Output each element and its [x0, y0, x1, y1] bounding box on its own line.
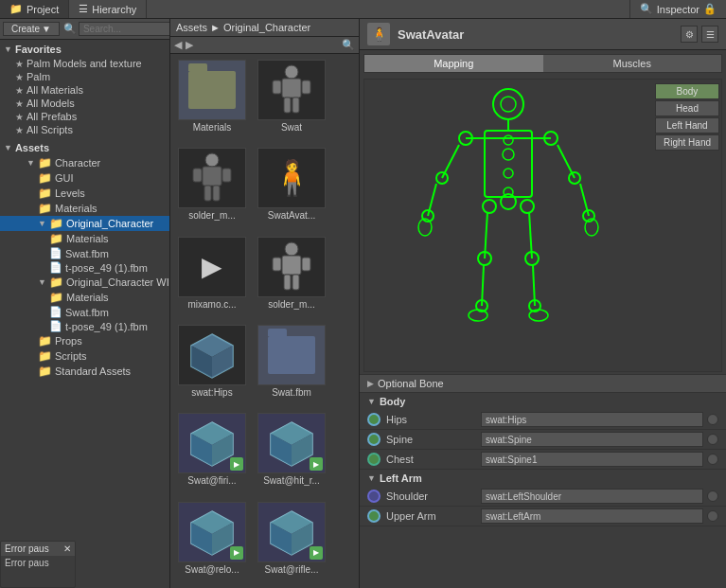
- asset-item-solder-m[interactable]: solder_m...: [174, 146, 250, 230]
- folder-icon: 📁: [49, 217, 63, 230]
- asset-item-solder-m2[interactable]: solder_m...: [254, 235, 329, 319]
- star-icon: ★: [15, 125, 24, 135]
- svg-rect-10: [204, 186, 211, 201]
- left-arm-section-label: Left Arm: [380, 472, 422, 484]
- sidebar-item-original-character[interactable]: ▼ 📁 Original_Character: [0, 216, 169, 231]
- sidebar-item-swat-fbm[interactable]: 📄 Swat.fbm: [0, 246, 169, 260]
- asset-item-swat-hips[interactable]: swat:Hips: [174, 323, 250, 407]
- chest-input[interactable]: [481, 452, 703, 467]
- sidebar-item-all-scripts[interactable]: ★ All Scripts: [0, 123, 169, 136]
- shoulder-label: Shoulder: [386, 490, 481, 502]
- asset-forward-icon[interactable]: ▶: [186, 39, 193, 51]
- shoulder-input[interactable]: [481, 489, 703, 504]
- asset-back-icon[interactable]: ◀: [174, 39, 182, 51]
- inspector-tab[interactable]: 🔍 Inspector 🔒: [629, 0, 726, 18]
- sidebar-item-swat-fbm-wip[interactable]: 📄 Swat.fbm: [0, 305, 169, 319]
- asset-item-swat-hit[interactable]: ▶ Swat@hit_r...: [254, 411, 329, 495]
- hips-field: [481, 412, 718, 427]
- asset-item-swat-relo[interactable]: ▶ Swat@relo...: [174, 500, 250, 584]
- asset-item-mixamo[interactable]: ▶ mixamo.c...: [174, 235, 250, 319]
- spine-input[interactable]: [481, 432, 703, 447]
- sidebar-item-palm[interactable]: ★ Palm: [0, 70, 169, 83]
- asset-item-swat[interactable]: Swat: [254, 58, 329, 142]
- tab-muscles[interactable]: Muscles: [543, 55, 722, 72]
- sidebar-item-props[interactable]: 📁 Props: [0, 333, 169, 348]
- inspector-more-button[interactable]: ☰: [701, 26, 718, 43]
- svg-rect-14: [273, 258, 281, 271]
- folder-icon: 📁: [38, 156, 52, 169]
- star-icon: ★: [15, 85, 24, 96]
- hips-dot[interactable]: [707, 414, 718, 425]
- asset-thumb-solder-m: [178, 148, 246, 208]
- asset-item-swat-fbm[interactable]: Swat.fbm: [254, 323, 329, 407]
- shoulder-dot[interactable]: [707, 490, 718, 502]
- asset-label-swat-relo: Swat@relo...: [185, 564, 239, 575]
- sidebar-item-gui[interactable]: 📁 GUI: [0, 170, 169, 186]
- svg-rect-11: [213, 186, 220, 201]
- sidebar-item-tpose[interactable]: 📄 t-pose_49 (1).fbm: [0, 260, 169, 275]
- asset-item-swat-avatar[interactable]: 🧍 SwatAvat...: [254, 146, 329, 230]
- head-button[interactable]: Head: [655, 100, 719, 116]
- tab-mapping[interactable]: Mapping: [364, 55, 543, 72]
- asset-item-swat-rifle[interactable]: ▶ Swat@rifle...: [254, 500, 329, 584]
- hierarchy-tab[interactable]: ☰ Hierarchy: [69, 0, 147, 18]
- sidebar-item-all-materials[interactable]: ★ All Materials: [0, 83, 169, 97]
- inspector-settings-button[interactable]: ⚙: [681, 26, 698, 43]
- sidebar-item-all-models[interactable]: ★ All Models: [0, 97, 169, 110]
- sidebar-item-scripts[interactable]: 📁 Scripts: [0, 348, 169, 364]
- inspector-header: 🧍 SwatAvatar ⚙ ☰: [360, 19, 726, 50]
- upper-arm-field: [481, 508, 718, 524]
- search-icon: 🔍: [63, 23, 77, 35]
- sidebar-item-materials-wip[interactable]: 📁 Materials: [0, 290, 169, 305]
- sidebar-item-all-prefabs[interactable]: ★ All Prefabs: [0, 110, 169, 123]
- project-toolbar: Create ▼ 🔍: [0, 19, 169, 40]
- sidebar-item-standard-assets[interactable]: 📁 Standard Assets: [0, 364, 169, 379]
- asset-label-solder-m: solder_m...: [188, 210, 235, 221]
- hierarchy-tab-icon: ☰: [79, 3, 88, 15]
- sidebar-item-palm-models[interactable]: ★ Palm Models and texture: [0, 57, 169, 70]
- spine-field: [481, 432, 718, 447]
- asset-browser-panel: Assets ► Original_Character ◀ ▶ 🔍 Materi…: [170, 19, 360, 588]
- lock-icon: 🔒: [703, 3, 717, 15]
- spine-label: Spine: [386, 434, 481, 445]
- asset-label-swat-fbm: Swat.fbm: [272, 387, 311, 398]
- sidebar-item-tpose-wip[interactable]: 📄 t-pose_49 (1).fbm: [0, 319, 169, 333]
- sidebar-item-levels[interactable]: 📁 Levels: [0, 186, 169, 201]
- svg-rect-2: [273, 80, 281, 94]
- sidebar-item-materials[interactable]: 📁 Materials: [0, 201, 169, 216]
- sidebar-item-materials-sub[interactable]: 📁 Materials: [0, 231, 169, 246]
- project-tab[interactable]: 📁 Project: [0, 0, 69, 18]
- right-hand-button[interactable]: Right Hand: [655, 134, 719, 151]
- error-close-icon[interactable]: ✕: [63, 543, 71, 554]
- optional-bone-arrow-icon: ▶: [367, 379, 374, 388]
- bone-row-spine: Spine: [360, 430, 726, 450]
- project-search-input[interactable]: [79, 22, 170, 36]
- chest-dot[interactable]: [707, 454, 718, 465]
- sidebar-item-original-character-wip[interactable]: ▼ 📁 Original_Character WIP: [0, 275, 169, 290]
- svg-point-46: [504, 135, 513, 145]
- upper-arm-input[interactable]: [481, 508, 703, 524]
- spine-dot[interactable]: [707, 434, 718, 445]
- asset-label-mixamo: mixamo.c...: [187, 299, 236, 310]
- asset-item-materials[interactable]: Materials: [174, 58, 250, 142]
- hips-status-indicator: [367, 413, 381, 426]
- create-button[interactable]: Create ▼: [3, 22, 60, 36]
- star-icon: ★: [15, 72, 24, 82]
- upper-arm-dot[interactable]: [707, 510, 718, 522]
- create-chevron-icon: ▼: [42, 24, 51, 34]
- inspector-title: SwatAvatar: [398, 27, 464, 42]
- bone-row-shoulder: Shoulder: [360, 487, 726, 507]
- left-hand-button[interactable]: Left Hand: [655, 117, 719, 134]
- body-button[interactable]: Body: [655, 83, 719, 99]
- project-tree: ▼ Favorites ★ Palm Models and texture ★ …: [0, 40, 169, 539]
- anim-badge: ▶: [230, 546, 243, 560]
- sidebar-item-character[interactable]: ▼ 📁 Character: [0, 155, 169, 170]
- svg-rect-13: [282, 256, 301, 275]
- asset-item-swat-firi[interactable]: ▶ Swat@firi...: [174, 411, 250, 495]
- hierarchy-tab-label: Hierarchy: [92, 4, 136, 15]
- chest-status-indicator: [367, 453, 381, 466]
- anim-badge: ▶: [310, 457, 323, 471]
- error-header: Error paus ✕: [1, 542, 75, 556]
- asset-thumb-swat-hips: [178, 325, 246, 385]
- hips-input[interactable]: [481, 412, 703, 427]
